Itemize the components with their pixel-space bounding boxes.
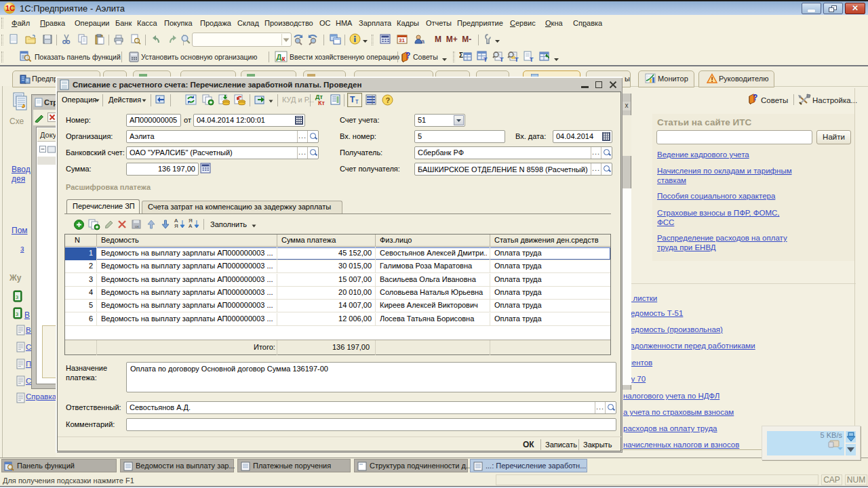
svg-text:з: з <box>16 293 18 300</box>
svg-text:?: ? <box>386 96 391 104</box>
svg-text:ок: ок <box>135 224 139 228</box>
svg-text:1С: 1С <box>5 4 15 12</box>
svg-text:Д: Д <box>277 53 282 61</box>
svg-text:a: a <box>421 38 425 45</box>
svg-text:Σ: Σ <box>459 52 463 59</box>
svg-text:з: з <box>16 310 18 317</box>
svg-text:Т: Т <box>500 56 504 62</box>
svg-text:31: 31 <box>399 37 405 43</box>
svg-text:?: ? <box>753 93 757 102</box>
svg-text:Т: Т <box>484 56 488 62</box>
svg-text:Т: Т <box>515 56 519 62</box>
svg-text:?: ? <box>406 51 410 60</box>
svg-text:Т: Т <box>530 56 534 62</box>
